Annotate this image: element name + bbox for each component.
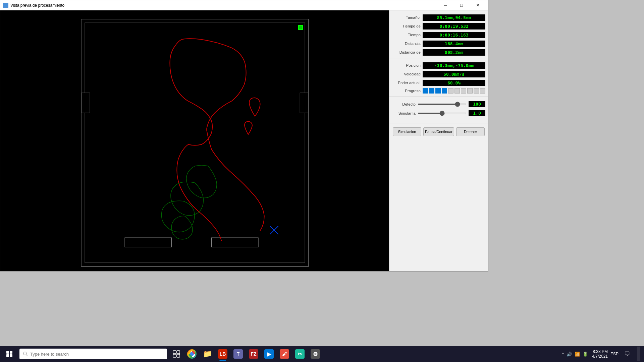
taskbar: 📁 LB T FZ ▶ 🖌 ✂ ⚙ ^ 🔊 📶 🔋 8:38 PM 4/7/20… — [0, 346, 644, 362]
distancia-value: 168.4mm — [423, 41, 485, 47]
progress-block-5 — [448, 88, 453, 94]
laser-preview-canvas — [81, 19, 309, 267]
taskbar-lightburn[interactable]: LB — [215, 347, 230, 361]
search-input[interactable] — [30, 352, 164, 357]
language-indicator[interactable]: ESP — [610, 352, 619, 356]
divider-1 — [389, 59, 488, 59]
simular-slider[interactable] — [418, 113, 467, 114]
distancia-de-label: Distancia de — [392, 50, 421, 54]
taskbar-settings-app[interactable]: ⚙ — [308, 347, 323, 361]
media-player-icon: ▶ — [264, 349, 274, 359]
progress-block-3 — [435, 88, 441, 94]
poder-row: Poder actual: 60.0% — [389, 78, 488, 87]
poder-label: Poder actual: — [392, 81, 421, 85]
app-icon — [3, 3, 8, 8]
simular-value: 1.0 — [469, 110, 485, 116]
show-desktop-button[interactable] — [637, 347, 640, 361]
tiempo-row: Tiempo 0:00:16.163 — [389, 31, 488, 39]
posicion-value: -38.3mm,-75.0mm — [423, 62, 485, 69]
taskbar-snipping[interactable]: ✂ — [292, 347, 307, 361]
tamano-row: Tamaño: 85.1mm,94.5mm — [389, 13, 488, 22]
simular-label: Simular la — [392, 111, 416, 115]
defecto-label: Defecto — [392, 102, 416, 106]
taskbar-media-player[interactable]: ▶ — [262, 347, 276, 361]
taskbar-filezilla[interactable]: FZ — [246, 347, 261, 361]
poder-value: 60.0% — [423, 80, 485, 86]
clock[interactable]: 8:38 PM 4/7/2021 — [592, 349, 608, 359]
tray-icons: ^ 🔊 📶 🔋 — [562, 352, 588, 357]
svg-rect-10 — [173, 351, 176, 354]
close-button[interactable]: ✕ — [470, 0, 485, 10]
tiempo-value: 0:00:16.163 — [423, 32, 485, 38]
svg-rect-13 — [177, 354, 180, 357]
title-bar: Vista previa de procesamiento ─ □ ✕ — [0, 0, 488, 10]
search-bar[interactable] — [19, 349, 167, 359]
svg-rect-3 — [300, 93, 308, 113]
progress-block-7 — [461, 88, 466, 94]
windows-logo-icon — [6, 351, 12, 357]
svg-rect-2 — [82, 93, 90, 113]
detener-button[interactable]: Detener — [456, 127, 485, 136]
tamano-value: 85.1mm,94.5mm — [423, 14, 485, 21]
battery-icon[interactable]: 🔋 — [583, 352, 588, 357]
teams-icon: T — [233, 349, 243, 359]
snipping-icon: ✂ — [295, 349, 305, 359]
start-button[interactable] — [1, 346, 17, 362]
taskbar-paint[interactable]: 🖌 — [277, 347, 292, 361]
progress-block-8 — [467, 88, 473, 94]
defecto-value: 100 — [469, 101, 485, 107]
distancia-label: Distancia — [392, 42, 421, 46]
tamano-label: Tamaño: — [392, 15, 421, 19]
velocidad-row: Velocidad 50.0mm/s — [389, 70, 488, 78]
paint-icon: 🖌 — [280, 349, 289, 359]
distancia-de-value: 808.2mm — [423, 49, 485, 56]
speaker-icon[interactable]: 🔊 — [567, 352, 572, 357]
progress-bar — [423, 88, 485, 94]
progreso-label: Progreso — [392, 89, 421, 93]
task-view-button[interactable] — [169, 347, 184, 361]
position-marker — [298, 25, 303, 30]
svg-point-16 — [191, 353, 193, 355]
maximize-button[interactable]: □ — [454, 0, 469, 10]
search-icon — [23, 351, 28, 357]
clock-time: 8:38 PM — [593, 349, 608, 354]
simulacion-button[interactable]: Simulacion — [393, 127, 421, 136]
tiempo-de-row: Tiempo de 0:00:19.532 — [389, 22, 488, 31]
velocidad-value: 50.0mm/s — [423, 71, 485, 77]
tiempo-de-value: 0:00:19.532 — [423, 23, 485, 29]
taskbar-teams[interactable]: T — [231, 347, 246, 361]
pausa-continuar-button[interactable]: Pausa/Continuar — [423, 127, 454, 136]
taskbar-file-explorer[interactable]: 📁 — [200, 347, 215, 361]
posicion-label: Posicion — [392, 63, 421, 67]
clock-date: 4/7/2021 — [592, 354, 608, 359]
taskbar-chrome[interactable] — [184, 347, 199, 361]
svg-line-9 — [26, 355, 28, 356]
network-icon[interactable]: 📶 — [575, 352, 580, 357]
settings-app-icon: ⚙ — [311, 349, 320, 359]
tiempo-de-label: Tiempo de — [392, 24, 421, 28]
tiempo-label: Tiempo — [392, 33, 421, 37]
divider-3 — [389, 123, 488, 123]
canvas-area — [0, 10, 389, 271]
progress-block-1 — [423, 88, 428, 94]
svg-rect-0 — [82, 19, 308, 266]
distancia-row: Distancia 168.4mm — [389, 39, 488, 48]
system-tray: ^ 🔊 📶 🔋 8:38 PM 4/7/2021 ESP 🗨 — [562, 347, 643, 361]
laser-path-svg — [82, 19, 308, 266]
progress-block-6 — [454, 88, 460, 94]
lightburn-icon: LB — [218, 349, 227, 359]
minimize-button[interactable]: ─ — [438, 0, 453, 10]
chevron-up-icon[interactable]: ^ — [562, 352, 564, 357]
simular-slider-row: Simular la 1.0 — [392, 110, 485, 116]
main-content: Tamaño: 85.1mm,94.5mm Tiempo de 0:00:19.… — [0, 10, 488, 271]
app-window: Vista previa de procesamiento ─ □ ✕ — [0, 0, 488, 272]
window-controls: ─ □ ✕ — [438, 0, 485, 10]
file-explorer-icon: 📁 — [203, 350, 212, 358]
svg-rect-11 — [177, 351, 180, 354]
right-panel: Tamaño: 85.1mm,94.5mm Tiempo de 0:00:19.… — [389, 10, 488, 271]
defecto-slider[interactable] — [418, 104, 467, 105]
buttons-section: Simulacion Pausa/Continuar Detener — [389, 125, 488, 138]
filezilla-icon: FZ — [249, 349, 258, 359]
window-title: Vista previa de procesamiento — [10, 3, 64, 8]
notification-center-button[interactable]: 🗨 — [620, 347, 635, 361]
